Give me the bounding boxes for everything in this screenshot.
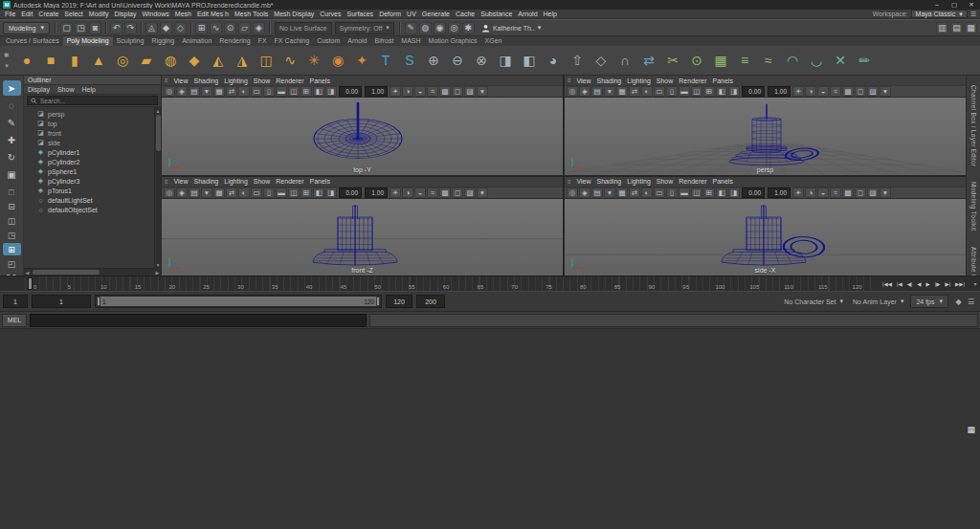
shelf-tab-bifrost[interactable]: Bifrost <box>371 36 398 46</box>
vp-isolate-select-icon[interactable]: ◻ <box>855 187 866 198</box>
vp-xray-icon[interactable]: ▨ <box>464 86 476 97</box>
mirror-icon[interactable]: ⇄ <box>637 49 660 72</box>
scroll-left-icon[interactable]: ◀ <box>24 270 31 276</box>
menu-substance[interactable]: Substance <box>478 11 515 17</box>
menu-display[interactable]: Display <box>111 11 139 17</box>
poly-superellipse-icon[interactable]: ✦ <box>350 49 373 72</box>
vp-menu-shading[interactable]: Shading <box>594 77 625 84</box>
boolean-intersection-icon[interactable]: ⊗ <box>470 49 493 72</box>
vp-menu-renderer[interactable]: Renderer <box>676 77 709 84</box>
poly-torus-icon[interactable]: ◎ <box>111 49 134 72</box>
grid-layout-icon[interactable]: ▦ <box>967 425 975 434</box>
current-frame-marker[interactable] <box>28 277 33 290</box>
open-scene-icon[interactable]: ◳ <box>75 22 87 34</box>
shelf-gear-icon[interactable]: ✱ <box>2 51 11 60</box>
menu-file[interactable]: File <box>2 11 18 17</box>
menu-uv[interactable]: UV <box>404 11 419 17</box>
viewport-canvas-top[interactable]: top -Y <box>162 98 563 175</box>
shelf-tab-curves-surfaces[interactable]: Curves / Surfaces <box>2 36 63 46</box>
vp-gate-icon[interactable]: ▭ <box>251 187 262 198</box>
vp-gate-icon[interactable]: ▭ <box>654 187 665 198</box>
vp-motion-blur-icon[interactable]: ≈ <box>427 86 438 97</box>
vp-shadows-icon[interactable]: ◑ <box>402 86 413 97</box>
vp-menu-lighting[interactable]: Lighting <box>624 77 654 84</box>
toggle-modeling-toolkit-icon[interactable]: ▥ <box>936 22 948 34</box>
vp-film-gate-icon[interactable]: ▯ <box>666 187 678 198</box>
vp-multisample-icon[interactable]: ▩ <box>439 86 451 97</box>
vp-field-chart-icon[interactable]: ⊞ <box>703 187 715 198</box>
vp-gate-mask-icon[interactable]: ◫ <box>691 187 702 198</box>
outliner-menu-display[interactable]: Display <box>24 86 54 93</box>
vp-menu-show[interactable]: Show <box>654 77 677 84</box>
vp-lock-camera-icon[interactable]: ◈ <box>579 187 590 198</box>
gamma-field[interactable]: 1.00 <box>768 187 791 198</box>
vp-gate-icon[interactable]: ▭ <box>654 86 665 97</box>
vp-lighting-icon[interactable]: ☀ <box>792 187 804 198</box>
poly-soccer-ball-icon[interactable]: ◉ <box>326 49 349 72</box>
play-forwards-button[interactable]: ▶ <box>924 278 932 290</box>
lasso-select-tool[interactable]: ◌ <box>3 98 21 113</box>
vp-camera-attributes-icon[interactable]: ▤ <box>189 187 200 198</box>
vp-field-chart-icon[interactable]: ⊞ <box>301 187 312 198</box>
shelf-tab-fx[interactable]: FX <box>255 36 271 46</box>
extrude-icon[interactable]: ⇧ <box>566 49 589 72</box>
shelf-tab-custom[interactable]: Custom <box>313 36 344 46</box>
vp-ao-icon[interactable]: ◒ <box>817 86 829 97</box>
vp-menu-lighting[interactable]: Lighting <box>221 178 251 185</box>
vp-safe-title-icon[interactable]: ◨ <box>325 187 337 198</box>
boolean-union-icon[interactable]: ⊕ <box>422 49 445 72</box>
fps-selector[interactable]: 24 fps ▾ <box>910 295 948 308</box>
outliner-item-defaultobjectset[interactable]: ○defaultObjectSet <box>24 205 154 214</box>
vp-field-chart-icon[interactable]: ⊞ <box>301 86 312 97</box>
vp-menu-panels[interactable]: Panels <box>710 77 736 84</box>
menu-mesh-display[interactable]: Mesh Display <box>271 11 317 17</box>
poly-cone-icon[interactable]: ▲ <box>87 49 110 72</box>
vp-gate-mask-icon[interactable]: ◫ <box>691 86 702 97</box>
vp-xray-icon[interactable]: ▨ <box>867 187 879 198</box>
gamma-field[interactable]: 1.00 <box>365 86 388 97</box>
search-input[interactable]: Search... <box>27 96 158 105</box>
viewport-canvas-persp[interactable]: persp <box>565 98 966 175</box>
shelf-tab-menu-icon[interactable]: ▾ <box>2 61 11 71</box>
vp-resolution-gate-icon[interactable]: ▬ <box>679 187 690 198</box>
vp-safe-title-icon[interactable]: ◨ <box>728 187 740 198</box>
vp-2d-pan-zoom-icon[interactable]: ⇄ <box>629 86 640 97</box>
vp-safe-action-icon[interactable]: ◧ <box>716 86 727 97</box>
vp-resolution-gate-icon[interactable]: ▬ <box>679 86 690 97</box>
vp-multisample-icon[interactable]: ▩ <box>842 187 854 198</box>
render-settings-icon[interactable]: ✱ <box>462 22 475 34</box>
vp-bookmarks-icon[interactable]: ▾ <box>604 187 615 198</box>
playback-start-field[interactable]: 1 <box>32 295 91 308</box>
vp-isolate-select-icon[interactable]: ◻ <box>452 86 463 97</box>
vp-menu-view[interactable]: View <box>574 77 594 84</box>
menu-select[interactable]: Select <box>61 11 85 17</box>
poly-cylinder-icon[interactable]: ▮ <box>63 49 86 72</box>
outliner-item-pcylinder2[interactable]: ◈pCylinder2 <box>24 157 154 166</box>
undo-icon[interactable]: ↶ <box>110 22 122 34</box>
go-to-start-button[interactable]: |◀◀ <box>880 278 894 290</box>
close-button[interactable]: ✕ <box>966 1 977 9</box>
menu-modify[interactable]: Modify <box>86 11 112 17</box>
exposure-field[interactable]: 0.00 <box>339 187 362 198</box>
vp-panel-menu-icon[interactable]: ▾ <box>477 86 488 97</box>
vp-xray-icon[interactable]: ▨ <box>867 86 879 97</box>
scrollbar-thumb[interactable] <box>156 115 161 151</box>
range-slider-track[interactable]: 1 120 <box>95 295 382 308</box>
redo-icon[interactable]: ↷ <box>124 22 137 34</box>
toggle-attribute-editor-icon[interactable]: ▦ <box>965 22 977 34</box>
panel-menu-icon[interactable]: ≡ <box>165 179 168 185</box>
offset-edge-loop-icon[interactable]: ≈ <box>757 49 780 72</box>
vp-menu-panels[interactable]: Panels <box>710 178 736 185</box>
vp-multisample-icon[interactable]: ▩ <box>842 86 854 97</box>
vp-motion-blur-icon[interactable]: ≈ <box>427 187 438 198</box>
vp-menu-view[interactable]: View <box>171 77 191 84</box>
snap-to-point-icon[interactable]: ⊙ <box>224 22 236 34</box>
scrollbar-thumb[interactable] <box>33 270 100 275</box>
vp-safe-action-icon[interactable]: ◧ <box>313 187 324 198</box>
scroll-right-icon[interactable]: ▶ <box>154 270 161 276</box>
poly-disc-icon[interactable]: ◍ <box>159 49 182 72</box>
layout-two-side-by-side[interactable]: ◫ <box>3 214 21 227</box>
animation-end-field[interactable]: 200 <box>416 295 445 308</box>
vp-film-gate-icon[interactable]: ▯ <box>263 86 275 97</box>
vp-bookmarks-icon[interactable]: ▾ <box>201 86 212 97</box>
